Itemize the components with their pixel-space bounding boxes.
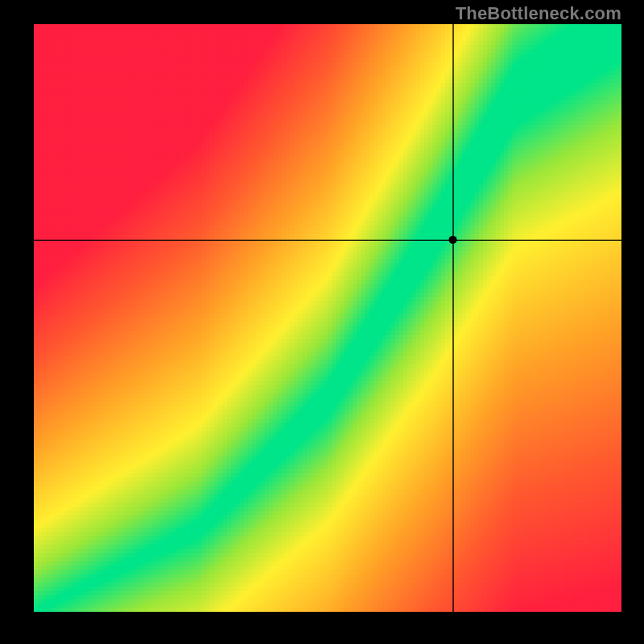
heatmap-plot — [34, 24, 621, 612]
heatmap-canvas — [34, 24, 621, 612]
chart-frame: TheBottleneck.com — [0, 0, 644, 644]
watermark-text: TheBottleneck.com — [456, 3, 621, 24]
